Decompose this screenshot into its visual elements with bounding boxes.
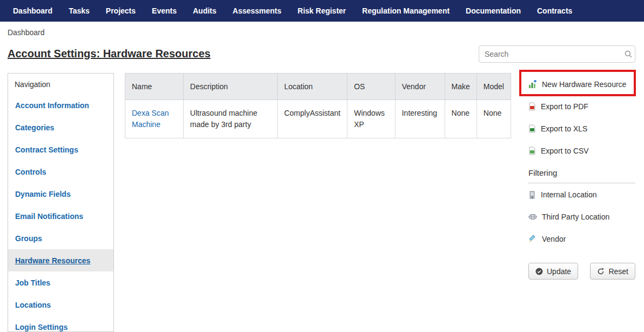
chart-plus-icon: [528, 80, 537, 89]
pdf-file-icon: [528, 102, 536, 111]
nav-audits[interactable]: Audits: [193, 6, 217, 15]
csv-file-icon: [528, 147, 536, 155]
update-button[interactable]: Update: [528, 263, 578, 280]
filter-vendor[interactable]: Vendor: [528, 228, 635, 250]
sidebar-item-hardware-resources[interactable]: Hardware Resources: [8, 249, 113, 271]
update-button-label: Update: [547, 267, 571, 276]
sidebar-item-locations[interactable]: Locations: [8, 294, 113, 316]
reset-button-label: Reset: [608, 267, 628, 276]
cell-make: None: [445, 100, 477, 138]
cell-name: Dexa Scan Machine: [125, 100, 184, 138]
new-hardware-resource-button[interactable]: New Hardware Resource: [528, 73, 635, 95]
nav-projects[interactable]: Projects: [106, 6, 136, 15]
sidebar-item-login-settings[interactable]: Login Settings: [8, 316, 113, 332]
sidebar-item-dynamic-fields[interactable]: Dynamic Fields: [8, 183, 113, 205]
nav-events[interactable]: Events: [152, 6, 177, 15]
filter-third-party-location[interactable]: Third Party Location: [528, 205, 635, 228]
actions-panel: New Hardware Resource Export to PDF Expo…: [528, 73, 635, 280]
page-title: Account Settings: Hardware Resources: [8, 48, 211, 60]
search-icon[interactable]: [622, 50, 635, 58]
breadcrumb[interactable]: Dashboard: [8, 28, 45, 37]
search-input[interactable]: [479, 46, 622, 62]
sidebar-navigation: Navigation Account Information Categorie…: [8, 73, 114, 332]
search-box: [479, 45, 635, 63]
xls-file-icon: [528, 124, 536, 133]
reset-button[interactable]: Reset: [590, 263, 635, 280]
col-header-vendor: Vendor: [395, 74, 445, 100]
hardware-resources-table: Name Description Location OS Vendor Make…: [125, 73, 511, 138]
refresh-icon: [597, 268, 605, 275]
sidebar-item-categories[interactable]: Categories: [8, 116, 113, 138]
sidebar-item-controls[interactable]: Controls: [8, 161, 113, 183]
nav-regulation-management[interactable]: Regulation Management: [362, 6, 450, 15]
table-header-row: Name Description Location OS Vendor Make…: [125, 74, 511, 100]
building-icon: [528, 190, 536, 199]
sidebar-item-groups[interactable]: Groups: [8, 227, 113, 249]
nav-dashboard[interactable]: Dashboard: [13, 6, 52, 15]
pencil-icon: [528, 235, 537, 243]
globe-icon: [528, 213, 537, 221]
nav-risk-register[interactable]: Risk Register: [298, 6, 346, 15]
filter-vendor-label: Vendor: [542, 235, 566, 243]
cell-vendor: Interesting: [395, 100, 445, 138]
sidebar-item-account-information[interactable]: Account Information: [8, 94, 113, 116]
filtering-title: Filtering: [528, 168, 635, 177]
nav-documentation[interactable]: Documentation: [466, 6, 521, 15]
export-pdf-label: Export to PDF: [541, 102, 588, 111]
export-pdf-button[interactable]: Export to PDF: [528, 95, 635, 117]
cell-location: ComplyAssistant: [277, 100, 347, 138]
check-circle-icon: [535, 268, 543, 275]
sidebar-item-job-titles[interactable]: Job Titles: [8, 271, 113, 294]
table-row: Dexa Scan Machine Ultrasound machine mad…: [125, 100, 511, 138]
new-hardware-resource-label: New Hardware Resource: [542, 80, 626, 89]
col-header-os: OS: [347, 74, 395, 100]
filter-internal-location-label: Internal Location: [541, 190, 597, 199]
cell-model: None: [477, 100, 511, 138]
sidebar-item-email-notifications[interactable]: Email Notifications: [8, 205, 113, 227]
filter-third-party-location-label: Third Party Location: [542, 213, 609, 221]
nav-contracts[interactable]: Contracts: [537, 6, 572, 15]
export-csv-label: Export to CSV: [541, 147, 589, 155]
filter-internal-location[interactable]: Internal Location: [528, 183, 635, 205]
sidebar-title: Navigation: [8, 74, 113, 94]
col-header-model: Model: [477, 74, 511, 100]
cell-description: Ultrasound machine made by 3rd party: [183, 100, 277, 138]
export-xls-label: Export to XLS: [541, 124, 587, 133]
col-header-make: Make: [445, 74, 477, 100]
filter-buttons-row: Update Reset: [528, 263, 635, 280]
col-header-location: Location: [277, 74, 347, 100]
sidebar-item-contract-settings[interactable]: Contract Settings: [8, 138, 113, 161]
nav-tasks[interactable]: Tasks: [69, 6, 90, 15]
top-navigation: Dashboard Tasks Projects Events Audits A…: [0, 0, 644, 22]
export-xls-button[interactable]: Export to XLS: [528, 117, 635, 140]
resource-name-link[interactable]: Dexa Scan Machine: [132, 109, 169, 129]
col-header-description: Description: [183, 74, 277, 100]
nav-assessments[interactable]: Assessments: [233, 6, 281, 15]
cell-os: Windows XP: [347, 100, 395, 138]
export-csv-button[interactable]: Export to CSV: [528, 140, 635, 162]
col-header-name: Name: [125, 74, 184, 100]
